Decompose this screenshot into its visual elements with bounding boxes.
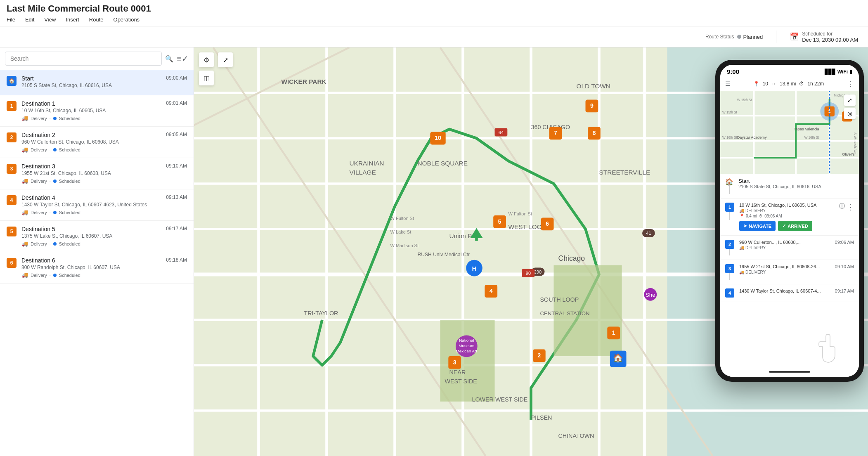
svg-text:CHINATOWN: CHINATOWN [558,432,594,439]
dest-item-4[interactable]: 4 Destination 4 1430 W Taylor St, Chicag… [0,189,194,221]
svg-text:S Wabash Ave: S Wabash Ave [853,132,857,154]
dest-item-start[interactable]: 🏠 Start 2105 S State St, Chicago, IL 606… [0,70,194,95]
dest-4-name: Destination 4 [21,194,161,201]
scheduled-dot-2 [53,148,57,151]
filter-icon[interactable]: ≡✓ [177,54,189,64]
battery-icon: ▮ [849,69,852,75]
dest-5-marker: 5 [7,227,17,236]
phone-more-icon[interactable]: ⋮ [847,79,854,88]
menu-insert[interactable]: Insert [66,16,79,24]
search-icon[interactable]: 🔍 [165,55,173,63]
dest-5-address: 1375 W Lake St, Chicago, IL 60607, USA [21,233,161,239]
scheduled-date: Dec 13, 2030 09:00 AM [802,37,858,43]
menu-file[interactable]: File [7,16,15,24]
map-layers-btn[interactable]: ◫ [199,71,214,85]
search-input[interactable] [5,52,162,66]
dest-1-name: Destination 1 [21,100,161,107]
phone-duration: 1h 22m [807,81,824,87]
menu-route[interactable]: Route [89,16,104,24]
svg-text:4: 4 [490,288,493,294]
svg-text:6: 6 [546,220,549,227]
phone-start-item[interactable]: 🏠 Start 2105 S State St, Chicago, IL 606… [720,174,859,198]
dest-item-3[interactable]: 3 Destination 3 1955 W 21st St, Chicago,… [0,158,194,189]
phone-dest-3-addr: 1955 W 21st St, Chicago, IL 60608-26... [739,264,832,269]
phone-navigate-btn[interactable]: ➤ NAVIGATE [739,221,776,231]
phone-nav-header: ☰ 📍 10 ↔ 13.8 mi ⏱ 1h 22m ⋮ [720,77,859,91]
svg-text:WEST LOOP: WEST LOOP [509,223,546,230]
phone-location-icon: 📍 [753,81,759,87]
phone-distance: 13.8 mi [780,81,796,87]
dest-4-tags: 🚚 delivery · Scheduled [21,209,161,215]
dest-item-5[interactable]: 5 Destination 5 1375 W Lake St, Chicago,… [0,221,194,252]
phone-home-bar [720,369,859,377]
dest-5-content: Destination 5 1375 W Lake St, Chicago, I… [21,226,161,247]
left-panel: 🔍 ≡✓ 🏠 Start 2105 S State St, Chicago, I… [0,47,194,456]
scheduled-dot-1 [53,117,57,120]
dest-start-name: Start [21,75,161,82]
phone-dest-row-1[interactable]: 1 10 W 16th St, Chicago, IL 60605, USA 🚚… [720,198,859,236]
dest-2-time: 09:05 AM [166,132,187,137]
phone-dest-row-3[interactable]: 3 1955 W 21st St, Chicago, IL 60608-26..… [720,260,859,284]
dest-item-1[interactable]: 1 Destination 1 10 W 16th St, Chicago, I… [0,95,194,127]
phone-nav-info: 📍 10 ↔ 13.8 mi ⏱ 1h 22m [753,81,824,87]
phone-screen: 9:00 ▊▊▊ WiFi ▮ ☰ 📍 10 ↔ [720,65,859,377]
scheduled-dot-5 [53,242,57,246]
phone-time: 9:00 [727,68,739,75]
phone-destinations-list: 🏠 Start 2105 S State St, Chicago, IL 606… [720,174,859,369]
svg-text:CENTRAL STATION: CENTRAL STATION [540,310,590,317]
phone-arrived-btn[interactable]: ✓ ARRIVED [778,221,812,231]
phone-dest-2-addr: 960 W Cullerton..., IL 60608,... [739,240,832,245]
phone-expand-btn[interactable]: ⤢ [844,95,856,106]
svg-text:W Fulton St: W Fulton St [390,216,414,221]
svg-text:Mexican Art: Mexican Art [456,349,477,353]
phone-menu-icon[interactable]: ☰ [725,80,731,87]
route-status-bar: Route Status Planned 📅 Scheduled for Dec… [0,26,868,47]
svg-text:RUSH Univ Medical Ctr: RUSH Univ Medical Ctr [418,252,470,258]
map-settings-btn[interactable]: ⚙ [199,52,214,67]
phone-dest-1-addr: 10 W 16th St, Chicago, IL 60605, USA [739,203,836,208]
menu-view[interactable]: View [44,16,56,24]
svg-text:1: 1 [612,329,615,336]
scheduled-label: Scheduled for [802,31,858,37]
phone-dest-1-more-icon[interactable]: ⋮ [847,203,854,212]
svg-text:SOUTH LOOP: SOUTH LOOP [540,296,579,303]
phone-dest-row-4[interactable]: 4 1430 W Taylor St, Chicago, IL 60607-4.… [720,284,859,302]
svg-text:3: 3 [453,359,456,366]
menu-edit[interactable]: Edit [25,16,34,24]
map-expand-btn[interactable]: ⤢ [218,52,233,67]
phone-time-icon-1: ⏱ [759,214,763,218]
svg-text:National: National [459,338,474,343]
dest-start-content: Start 2105 S State St, Chicago, IL 60616… [21,75,161,90]
separator [776,31,776,43]
dest-2-name: Destination 2 [21,132,161,138]
dest-6-tags: 🚚 delivery · Scheduled [21,272,161,278]
truck-icon-2: 🚚 [21,146,28,153]
phone-truck-icon-2: 🚚 [739,246,744,250]
phone-dest-2-tag: 🚚 DELIVERY [739,246,832,250]
map-area[interactable]: WICKER PARK UKRAINIAN VILLAGE NOBLE SQUA… [194,47,868,456]
svg-text:10: 10 [435,135,441,141]
dest-start-marker: 🏠 [7,76,17,86]
phone-action-buttons: ➤ NAVIGATE ✓ ARRIVED [739,221,836,231]
phone-locate-btn[interactable]: ◎ [844,108,856,119]
truck-icon-3: 🚚 [21,178,28,184]
phone-dest-1-info-icon[interactable]: ⓘ [839,203,845,210]
svg-text:WEST SIDE: WEST SIDE [445,378,477,385]
svg-text:W 16th St: W 16th St [804,136,819,139]
dest-5-name: Destination 5 [21,226,161,232]
dest-6-name: Destination 6 [21,257,161,264]
phone-status-bar: 9:00 ▊▊▊ WiFi ▮ [720,65,859,77]
svg-text:Oliver's: Oliver's [842,152,855,156]
menu-operations[interactable]: Operations [114,16,140,24]
scheduled-dot-6 [53,274,57,277]
dest-item-6[interactable]: 6 Destination 6 800 W Randolph St, Chica… [0,252,194,284]
dest-4-time: 09:13 AM [166,194,187,200]
svg-text:W 15th St: W 15th St [737,98,752,102]
phone-home-indicator[interactable] [769,371,810,373]
phone-dest-row-2[interactable]: 2 960 W Cullerton..., IL 60608,... 🚚 DEL… [720,236,859,260]
svg-text:She: She [646,292,655,298]
dest-item-2[interactable]: 2 Destination 2 960 W Cullerton St, Chic… [0,127,194,158]
main-layout: 🔍 ≡✓ 🏠 Start 2105 S State St, Chicago, I… [0,47,868,456]
phone-map[interactable]: 1 11 Tapas Valencia Daystar Academy W 15… [720,91,859,174]
svg-text:Museum: Museum [459,343,474,348]
